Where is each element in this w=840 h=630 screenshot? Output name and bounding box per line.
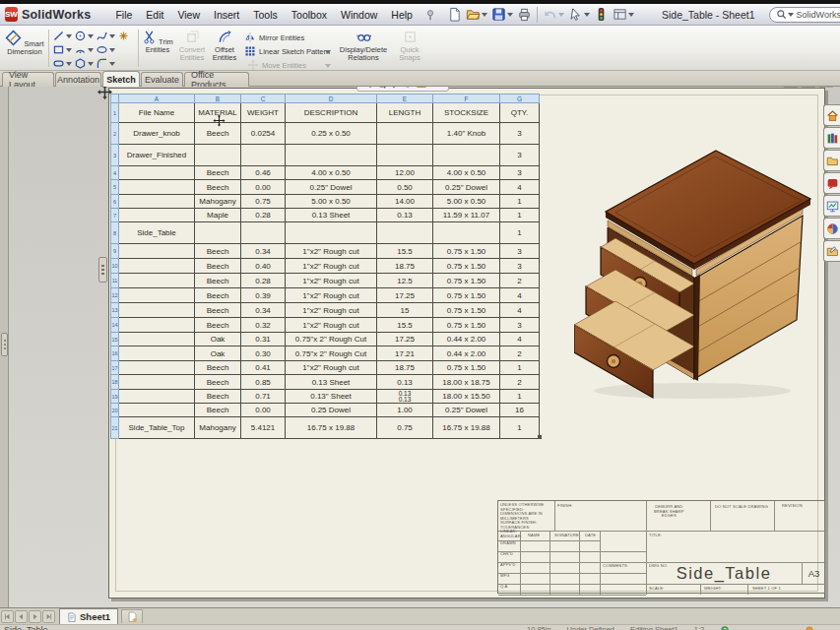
bom-cell[interactable] [241,222,286,244]
bom-cell[interactable]: 1 [500,209,540,222]
open-button[interactable] [464,6,489,23]
column-header-E[interactable]: E [377,94,433,103]
rebuild-traffic-light-button[interactable] [592,6,611,23]
select-cursor-button[interactable] [566,6,592,23]
task-pane-tab-view-palette[interactable] [823,195,840,217]
bom-cell[interactable]: 0.75 x 1.50 [433,303,500,318]
bom-cell[interactable] [119,288,195,303]
bom-cell[interactable]: 18.00 x 18.75 [433,375,500,390]
bom-cell[interactable] [119,303,195,318]
bom-cell[interactable]: Drawer_knob [119,123,195,145]
linear-sketch-pattern-button[interactable]: Linear Sketch Pattern [244,45,330,57]
bom-header-cell[interactable]: File Name [119,103,195,123]
smart-dimension-button[interactable]: Smart Dimension [4,30,45,56]
bom-cell[interactable]: 0.13" Sheet [286,390,377,404]
row-number-1[interactable]: 1 [111,103,119,123]
bom-cell[interactable]: 1"x2" Rough cut [286,244,377,259]
sheet-nav-last-button[interactable] [42,610,55,623]
select-cursor-dropdown-icon[interactable] [584,13,590,20]
bom-cell[interactable]: 0.25" Dowel [433,180,500,195]
bom-cell[interactable]: 16.75 x 19.88 [433,417,500,439]
row-number-14[interactable]: 14 [111,318,119,333]
bom-cell[interactable]: 0.25 x 0.50 [286,123,377,145]
pan-button[interactable] [388,87,400,93]
bom-cell[interactable] [119,274,195,288]
row-number-18[interactable]: 18 [111,375,119,390]
bom-cell[interactable]: 0.75 x 1.50 [433,244,500,259]
bom-cell[interactable]: 11.59 x 11.07 [433,209,500,222]
bom-cell[interactable]: Beech [195,318,241,333]
bom-cell[interactable]: Oak [195,346,241,361]
column-header-F[interactable]: F [433,94,500,103]
bom-cell[interactable]: 15.5 [377,318,433,333]
bom-cell[interactable] [119,318,195,333]
save-dropdown-icon[interactable] [507,13,513,20]
bom-cell[interactable]: 18.75 [377,361,433,375]
bom-cell[interactable]: 1 [500,390,540,404]
bom-cell[interactable]: 16 [500,404,540,417]
headsup-dropdown-icon[interactable] [430,87,436,89]
row-number-7[interactable]: 7 [111,209,119,222]
sheet-nav-next-button[interactable] [29,610,41,623]
new-document-button[interactable] [445,6,464,23]
bom-cell[interactable]: 0.34 [241,303,286,318]
menu-insert[interactable]: Insert [207,7,246,23]
row-number-12[interactable]: 12 [111,288,119,303]
bom-cell[interactable] [119,166,195,180]
bom-cell[interactable]: Side_Table [119,222,195,244]
bom-cell[interactable]: 0.75"x 2" Rough Cut [286,333,377,346]
row-number-16[interactable]: 16 [111,346,119,361]
bom-cell[interactable]: 0.28 [241,209,286,222]
bom-header-cell[interactable]: DESCRIPTION [286,103,377,123]
bom-cell[interactable]: 0.25" Dowel [433,404,500,417]
bom-cell[interactable]: 2 [500,375,540,390]
side-table-3d-view[interactable] [574,147,822,405]
bom-cell[interactable]: Beech [195,303,241,318]
bom-cell[interactable]: 15.5 [377,244,433,259]
bom-cell[interactable]: 1.00 [377,404,433,417]
bom-cell[interactable]: 0.75 x 1.50 [433,361,500,375]
bom-cell[interactable]: 15 [377,303,433,318]
bom-cell[interactable]: 18.75 [377,259,433,274]
bom-cell[interactable]: 0.0254 [241,123,286,145]
doc-minimize-button[interactable] [783,87,799,88]
sheet-nav-first-button[interactable] [1,610,14,623]
rectangle-tool-button[interactable] [52,43,72,56]
bom-cell[interactable]: 0.71 [241,390,286,404]
bom-cell[interactable]: 0.13 Sheet [286,375,377,390]
bom-cell[interactable]: Beech [195,180,241,195]
bom-cell[interactable]: 0.25 Dowel [286,404,377,417]
row-number-20[interactable]: 20 [111,404,119,417]
bom-cell[interactable]: Beech [195,361,241,375]
spline-flyout-icon[interactable] [109,34,115,41]
column-header-A[interactable]: A [119,94,195,103]
menu-view[interactable]: View [170,7,207,23]
bom-cell[interactable]: 1"x2" Rough cut [286,288,377,303]
bom-cell[interactable] [377,123,433,145]
bom-header-cell[interactable]: STOCKSIZE [433,103,500,123]
task-pane-tab-file-explorer[interactable] [823,150,840,171]
row-number-17[interactable]: 17 [111,361,119,375]
bom-cell[interactable]: Beech [195,244,241,259]
bom-cell[interactable] [433,145,500,166]
bom-cell[interactable]: 1"x2" Rough cut [286,318,377,333]
tab-office-products[interactable]: Office Products [184,72,249,87]
bom-cell[interactable]: 0.34 [241,244,286,259]
bom-cell[interactable]: 5.4121 [241,417,286,439]
menu-tools[interactable]: Tools [246,7,285,23]
sketch-fillet-flyout-icon[interactable] [109,62,115,69]
bom-cell[interactable]: 1.40" Knob [433,123,500,145]
tab-annotation[interactable]: Annotation [55,72,101,87]
bom-cell[interactable]: 3 [500,123,540,145]
menu-toolbox[interactable]: Toolbox [285,7,334,23]
bom-cell[interactable]: 4 [500,288,540,303]
polygon-tool-button[interactable] [74,57,94,70]
undo-dropdown-icon[interactable] [558,13,564,20]
column-header-D[interactable]: D [286,94,377,103]
bom-cell[interactable] [195,222,241,244]
bom-cell[interactable]: 0.30 [241,346,286,361]
bom-cell[interactable]: Maple [195,209,241,222]
row-number-13[interactable]: 13 [111,303,119,318]
bom-cell[interactable] [119,346,195,361]
bom-header-cell[interactable]: WEIGHT [241,103,286,123]
